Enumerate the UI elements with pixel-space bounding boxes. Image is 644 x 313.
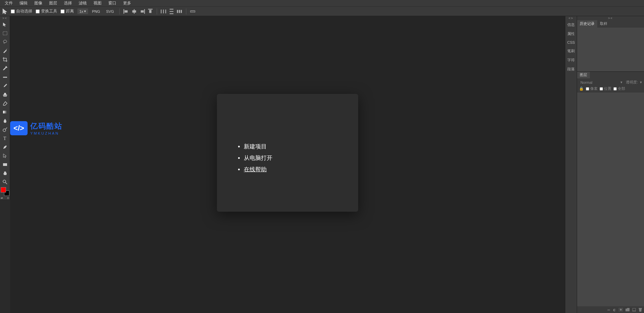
layer-list [577,93,644,306]
menu-more[interactable]: 更多 [120,0,135,7]
svg-rect-6 [148,9,153,9]
align-center-h-icon[interactable] [131,8,137,14]
text-tool[interactable]: T [0,134,10,143]
swatches-tab[interactable]: 取样 [597,20,610,28]
css-panel-tab[interactable]: CSS [565,38,577,46]
layer-effects-icon[interactable]: ◐ [613,308,616,312]
brush-panel-tab[interactable]: 笔刷 [565,46,577,56]
align-right-icon[interactable] [139,8,145,14]
menu-layer[interactable]: 图层 [46,0,61,7]
scale-dropdown[interactable]: 1x▾ [77,8,88,14]
menu-filter[interactable]: 滤镜 [75,0,90,7]
align-left-icon[interactable] [123,8,129,14]
new-project-link[interactable]: 新建项目 [244,141,338,152]
menu-window[interactable]: 窗口 [105,0,120,7]
crop-tool[interactable] [0,55,10,64]
logo-badge-icon: </> [10,121,28,135]
panel-collapse-icon[interactable]: >< [577,16,644,20]
properties-panel-tab[interactable]: 属性 [565,29,577,38]
export-svg-button[interactable]: SVG [104,9,116,14]
options-bar: 自动选择 变换工具 距离 1x▾ PNG SVG [0,7,644,16]
paragraph-panel-tab[interactable]: 段落 [565,65,577,74]
distribute-v-icon[interactable] [168,8,175,14]
toolbar-collapse-icon[interactable]: >< [0,16,10,20]
lock-pixels-checkbox[interactable]: 像素 [586,86,598,91]
online-help-link[interactable]: 在线帮助 [244,164,338,175]
panel-stack: >< 历史记录 取样 图层 Normal▾ 透明度: ▾ 🔒 像素 [577,16,644,313]
history-swatches-tabs: 历史记录 取样 [577,20,644,28]
history-tab[interactable]: 历史记录 [577,20,597,28]
export-png-button[interactable]: PNG [90,9,102,14]
menu-view[interactable]: 视图 [90,0,105,7]
menu-image[interactable]: 图像 [31,0,46,7]
collapsed-panel-tabs: <> 信息 属性 CSS 笔刷 字符 段落 [565,16,577,313]
auto-select-checkbox[interactable]: 自动选择 [11,8,32,14]
blur-tool[interactable] [0,116,10,125]
rectangle-tool[interactable] [0,160,10,169]
separator [119,8,120,14]
hand-tool[interactable] [0,169,10,178]
zoom-tool[interactable] [0,178,10,186]
magic-wand-tool[interactable] [0,46,10,55]
new-layer-icon[interactable] [632,308,636,312]
layer-mask-icon[interactable] [619,308,623,311]
open-from-computer-link[interactable]: 从电脑打开 [244,152,338,164]
tool-bar: >< T ⇄D [0,16,10,200]
pen-tool[interactable] [0,143,10,151]
gradient-tool[interactable] [0,108,10,116]
svg-rect-15 [179,10,180,13]
link-layers-icon[interactable]: ⫘ [607,308,610,312]
svg-text:T: T [3,136,6,141]
align-top-icon[interactable] [147,8,153,14]
svg-point-36 [3,180,6,183]
lock-position-checkbox[interactable]: 位置 [600,86,611,91]
lasso-tool[interactable] [0,38,10,46]
svg-point-39 [620,309,622,311]
eyedropper-tool[interactable] [0,64,10,73]
menu-edit[interactable]: 编辑 [16,0,31,7]
distance-checkbox[interactable]: 距离 [61,8,74,14]
right-panels: <> 信息 属性 CSS 笔刷 字符 段落 >< 历史记录 取样 图层 Norm… [565,16,644,313]
path-select-tool[interactable] [0,151,10,160]
panel-collapse-icon[interactable]: <> [565,16,577,20]
svg-line-37 [5,182,7,184]
watermark-logo: </> 亿码酷站 YMKUZHAN [10,121,63,135]
menu-select[interactable]: 选择 [61,0,75,7]
color-swatches[interactable] [1,187,9,196]
move-tool[interactable] [0,20,10,29]
character-panel-tab[interactable]: 字符 [565,56,577,65]
clone-stamp-tool[interactable] [0,90,10,99]
logo-text-cn: 亿码酷站 [30,121,63,131]
distribute-spacing-icon[interactable] [177,8,183,14]
marquee-tool[interactable] [0,29,10,38]
svg-rect-30 [3,111,7,113]
menu-file[interactable]: 文件 [1,0,16,7]
transform-tool-checkbox[interactable]: 变换工具 [36,8,57,14]
dodge-tool[interactable] [0,125,10,134]
layers-tab[interactable]: 图层 [577,72,590,78]
new-folder-icon[interactable] [626,308,630,311]
svg-line-32 [5,128,7,129]
svg-rect-10 [165,9,166,13]
svg-rect-4 [144,9,145,14]
healing-tool[interactable] [0,73,10,81]
svg-rect-16 [181,10,182,13]
svg-rect-0 [123,9,124,14]
delete-layer-icon[interactable] [639,308,642,312]
foreground-color-swatch[interactable] [1,187,6,193]
info-panel-tab[interactable]: 信息 [565,20,577,29]
layers-footer: ⫘ ◐ [577,306,644,313]
swap-default-colors[interactable]: ⇄D [0,197,10,200]
svg-rect-11 [169,9,173,9]
canvas-area: 新建项目 从电脑打开 在线帮助 [10,16,565,313]
brush-tool[interactable] [0,81,10,90]
lock-all-checkbox[interactable]: 全部 [613,86,625,91]
separator [157,8,157,14]
measure-icon[interactable] [190,8,196,14]
opacity-dropdown-icon[interactable]: ▾ [640,80,642,84]
distribute-h-icon[interactable] [160,8,166,14]
eraser-tool[interactable] [0,99,10,108]
svg-point-23 [6,49,7,50]
blend-mode-select[interactable]: Normal▾ [579,80,624,85]
svg-point-31 [3,129,6,132]
